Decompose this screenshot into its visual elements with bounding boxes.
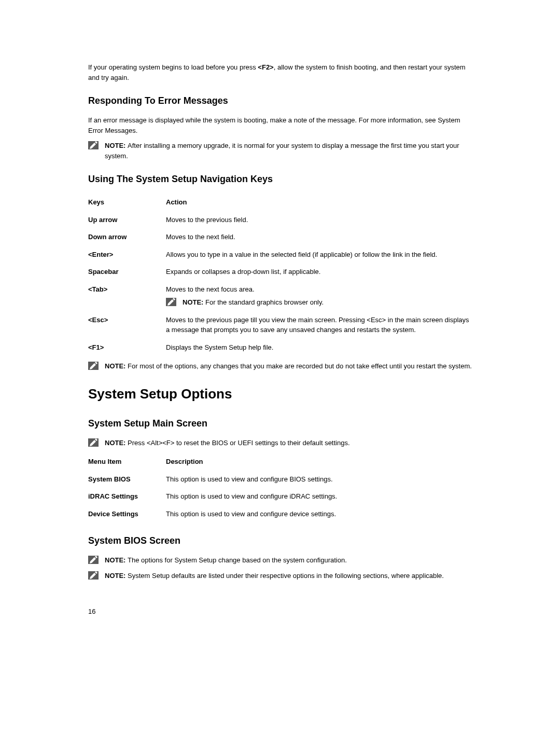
val-tab-text: Moves to the next focus area.	[166, 285, 255, 293]
pencil-icon	[88, 556, 99, 564]
bios-note-1: NOTE: The options for System Setup chang…	[88, 555, 472, 566]
val-system-bios: This option is used to view and configur…	[166, 471, 472, 488]
note-body: For most of the options, any changes tha…	[128, 362, 472, 370]
key-device: Device Settings	[88, 505, 166, 523]
bios-screen-heading: System BIOS Screen	[88, 534, 472, 548]
table-row: <Enter> Allows you to type in a value in…	[88, 246, 472, 264]
table-row: Device Settings This option is used to v…	[88, 505, 472, 523]
key-spacebar: Spacebar	[88, 263, 166, 281]
pencil-icon	[88, 362, 99, 370]
table-row: System BIOS This option is used to view …	[88, 471, 472, 488]
val-spacebar: Expands or collapses a drop-down list, i…	[166, 263, 472, 281]
note-label: NOTE:	[105, 439, 128, 447]
table-row: <Esc> Moves to the previous page till yo…	[88, 311, 472, 339]
responding-paragraph: If an error message is displayed while t…	[88, 115, 472, 135]
pencil-icon	[88, 438, 99, 447]
note-text-block: NOTE: Press <Alt><F> to reset the BIOS o…	[105, 438, 472, 448]
val-tab: Moves to the next focus area. NOTE: For …	[166, 281, 472, 311]
header-description: Description	[166, 453, 472, 471]
note-label: NOTE:	[183, 298, 205, 306]
table-header-row: Keys Action	[88, 194, 472, 211]
intro-paragraph: If your operating system begins to load …	[88, 62, 472, 82]
main-screen-table: Menu Item Description System BIOS This o…	[88, 453, 472, 522]
responding-note: NOTE: After installing a memory upgrade,…	[88, 141, 472, 161]
key-down: Down arrow	[88, 228, 166, 246]
val-idrac: This option is used to view and configur…	[166, 488, 472, 505]
note-body: After installing a memory upgrade, it is…	[105, 142, 459, 160]
setup-options-heading: System Setup Options	[88, 384, 472, 404]
note-body: The options for System Setup change base…	[128, 556, 347, 564]
note-label: NOTE:	[105, 362, 128, 370]
note-body: System Setup defaults are listed under t…	[128, 572, 444, 580]
main-screen-heading: System Setup Main Screen	[88, 417, 472, 431]
page-number: 16	[88, 607, 472, 617]
header-menu-item: Menu Item	[88, 453, 166, 471]
val-device: This option is used to view and configur…	[166, 505, 472, 523]
note-text-block: NOTE: The options for System Setup chang…	[105, 555, 472, 566]
intro-text-before: If your operating system begins to load …	[88, 63, 258, 71]
note-text-block: NOTE: System Setup defaults are listed u…	[105, 571, 472, 581]
note-body: Press <Alt><F> to reset the BIOS or UEFI…	[128, 439, 349, 447]
key-tab: <Tab>	[88, 281, 166, 311]
table-row: Down arrow Moves to the next field.	[88, 228, 472, 246]
pencil-icon	[166, 298, 176, 306]
note-text-block: NOTE: After installing a memory upgrade,…	[105, 141, 472, 161]
note-label: NOTE:	[105, 572, 128, 580]
navkeys-footer-note: NOTE: For most of the options, any chang…	[88, 361, 472, 371]
val-down: Moves to the next field.	[166, 228, 472, 246]
main-screen-note: NOTE: Press <Alt><F> to reset the BIOS o…	[88, 438, 472, 448]
val-up: Moves to the previous field.	[166, 211, 472, 229]
table-row: iDRAC Settings This option is used to vi…	[88, 488, 472, 505]
table-row: Up arrow Moves to the previous field.	[88, 211, 472, 229]
key-up: Up arrow	[88, 211, 166, 229]
note-text-block: NOTE: For the standard graphics browser …	[183, 297, 472, 308]
key-idrac: iDRAC Settings	[88, 488, 166, 505]
responding-heading: Responding To Error Messages	[88, 94, 472, 108]
pencil-icon	[88, 571, 99, 580]
bios-note-2: NOTE: System Setup defaults are listed u…	[88, 571, 472, 581]
key-enter: <Enter>	[88, 246, 166, 264]
val-esc: Moves to the previous page till you view…	[166, 311, 472, 339]
note-label: NOTE:	[105, 556, 128, 564]
table-row: Spacebar Expands or collapses a drop-dow…	[88, 263, 472, 281]
pencil-icon	[88, 141, 99, 149]
key-system-bios: System BIOS	[88, 471, 166, 488]
header-action: Action	[166, 194, 472, 211]
tab-note: NOTE: For the standard graphics browser …	[166, 297, 472, 308]
note-body: For the standard graphics browser only.	[205, 298, 324, 306]
note-text-block: NOTE: For most of the options, any chang…	[105, 361, 472, 371]
val-f1: Displays the System Setup help file.	[166, 339, 472, 356]
navkeys-heading: Using The System Setup Navigation Keys	[88, 172, 472, 186]
intro-key: <F2>	[258, 63, 273, 71]
val-enter: Allows you to type in a value in the sel…	[166, 246, 472, 264]
key-f1: <F1>	[88, 339, 166, 356]
table-row: <F1> Displays the System Setup help file…	[88, 339, 472, 356]
header-keys: Keys	[88, 194, 166, 211]
table-header-row: Menu Item Description	[88, 453, 472, 471]
table-row: <Tab> Moves to the next focus area. NOTE…	[88, 281, 472, 311]
navkeys-table: Keys Action Up arrow Moves to the previo…	[88, 194, 472, 356]
note-label: NOTE:	[105, 142, 128, 149]
key-esc: <Esc>	[88, 311, 166, 339]
